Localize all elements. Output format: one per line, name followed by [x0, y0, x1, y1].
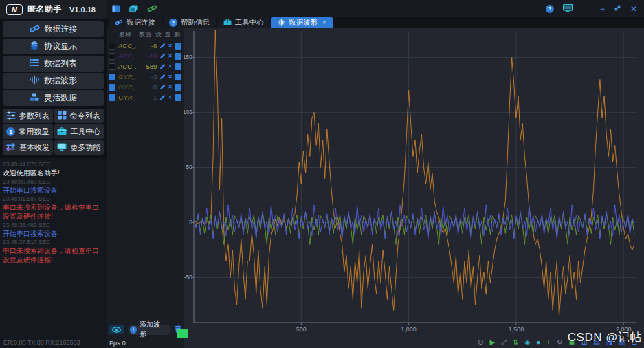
- row-tools: ✕: [159, 53, 181, 60]
- row-tools: ✕: [159, 74, 181, 80]
- tab-close-icon[interactable]: ✕: [322, 20, 326, 25]
- header-ops: 设 置 删: [155, 30, 181, 39]
- svg-text:500: 500: [296, 326, 307, 333]
- show-checkbox[interactable]: [175, 63, 181, 70]
- row-tools: ✕: [159, 43, 181, 50]
- sidebar-item-more-features[interactable]: 更多功能: [54, 140, 104, 155]
- datalist-header: 名称 数值 设 置 删: [107, 28, 184, 41]
- marker-icon[interactable]: ◈: [524, 339, 530, 346]
- row-select-checkbox[interactable]: [109, 74, 115, 80]
- svg-text:1,000: 1,000: [401, 326, 417, 333]
- topbar-left-icons: [112, 3, 157, 15]
- log-timestamp: 23:48:01.587 SEC: [3, 195, 104, 203]
- app-titlebar: N 匿名助手 V1.0.18: [0, 0, 107, 19]
- show-checkbox[interactable]: [175, 94, 181, 101]
- log-timestamp: 23:40:44.078 SEC: [3, 161, 104, 168]
- svg-text:-50: -50: [184, 274, 192, 281]
- sidebar-item-command-list[interactable]: 命令列表: [54, 109, 104, 123]
- row-select-checkbox[interactable]: [109, 63, 115, 70]
- svg-text:1,500: 1,500: [509, 326, 524, 333]
- tab-data-connect[interactable]: 数据连接: [109, 17, 162, 28]
- signal-value: -16: [139, 52, 157, 60]
- help-icon: ?: [169, 19, 177, 27]
- row-tools: ✕: [159, 94, 181, 101]
- signal-name: ACC_X: [118, 42, 136, 50]
- edit-icon[interactable]: [159, 74, 166, 80]
- delete-icon[interactable]: ✕: [168, 64, 173, 69]
- delete-icon[interactable]: ✕: [168, 43, 173, 49]
- sidebar-toggle-icon[interactable]: [112, 3, 120, 15]
- serial-status-bar: ER:0.00 TX:88 RX:2165583: [0, 337, 107, 348]
- brush-icon[interactable]: ●: [536, 339, 540, 346]
- waveform-chart[interactable]: 5001,0001,5002,000-50050100150: [184, 28, 644, 348]
- edit-icon[interactable]: [159, 43, 166, 49]
- one-badge-icon: 1: [6, 127, 15, 136]
- delete-icon[interactable]: ✕: [168, 85, 173, 90]
- monitor-icon: [57, 143, 67, 153]
- close-icon[interactable]: ✕: [630, 5, 637, 13]
- row-select-checkbox[interactable]: [109, 84, 115, 91]
- minimize-icon[interactable]: −: [600, 5, 605, 13]
- fit-vertical-icon[interactable]: ⇅: [513, 339, 518, 346]
- sidebar-item-flexible-data[interactable]: 灵活数据: [3, 90, 104, 106]
- header-value: 数值: [133, 30, 151, 39]
- sidebar-item-label: 数据连接: [45, 23, 78, 35]
- edit-icon[interactable]: [159, 53, 166, 59]
- pan-icon[interactable]: +: [546, 339, 551, 346]
- tab-data-waveform[interactable]: 数据波形 ✕: [271, 17, 333, 28]
- sidebar-item-protocol-display[interactable]: 协议显示: [3, 39, 104, 54]
- float-window-icon[interactable]: [129, 3, 138, 15]
- protocol-diamond-icon: [30, 41, 39, 52]
- play-icon[interactable]: ▶: [489, 339, 495, 346]
- signal-name: GYR_Y: [118, 83, 136, 91]
- sidebar-item-data-list[interactable]: 数据列表: [3, 56, 104, 72]
- sidebar-item-basic-txrx[interactable]: 基本收发: [3, 140, 53, 155]
- sidebar-item-data-waveform[interactable]: 数据波形: [3, 73, 104, 89]
- sidebar-item-label: 更多功能: [70, 142, 100, 153]
- sidebar-item-label: 基本收发: [19, 142, 49, 153]
- show-checkbox[interactable]: [175, 43, 181, 50]
- sidebar-item-label: 数据列表: [44, 58, 77, 69]
- delete-icon[interactable]: ✕: [168, 54, 173, 59]
- log-timestamp: 23:48:36.482 SEC: [3, 221, 104, 229]
- record-indicator[interactable]: [177, 329, 188, 338]
- row-tools: ✕: [159, 84, 181, 91]
- waveform-icon: [30, 75, 39, 87]
- show-checkbox[interactable]: [175, 74, 181, 80]
- table-row: ACC_X -8 ✕: [107, 41, 184, 51]
- row-select-checkbox[interactable]: [109, 53, 115, 60]
- refresh-icon[interactable]: ↻: [557, 339, 562, 346]
- sidebar-item-tool-center[interactable]: 工具中心: [54, 124, 104, 139]
- edit-icon[interactable]: [159, 94, 166, 100]
- tab-tool-center[interactable]: 工具中心: [217, 17, 270, 28]
- delete-icon[interactable]: ✕: [168, 95, 173, 100]
- connect-link-icon[interactable]: [147, 3, 157, 15]
- app-version: V1.0.18: [69, 6, 96, 14]
- link-icon: [30, 24, 40, 35]
- sidebar-item-param-list[interactable]: 参数列表: [3, 109, 53, 123]
- sidebar-item-common-display[interactable]: 1 常用数显: [3, 124, 53, 139]
- tab-help-info[interactable]: ? 帮助信息: [163, 17, 216, 28]
- row-select-checkbox[interactable]: [109, 43, 115, 50]
- help-icon[interactable]: ?: [546, 5, 554, 13]
- row-select-checkbox[interactable]: [109, 94, 115, 101]
- delete-icon[interactable]: ✕: [168, 74, 173, 80]
- curve-visibility-icon[interactable]: ⊙: [478, 339, 483, 346]
- signal-name: ACC_Z: [118, 63, 136, 70]
- toggle-visibility-button[interactable]: [109, 325, 124, 334]
- sidebar-item-label: 协议显示: [44, 41, 77, 52]
- maximize-icon[interactable]: [614, 4, 621, 13]
- sidebar-item-data-connect[interactable]: 数据连接: [3, 21, 104, 37]
- add-waveform-button[interactable]: + 添加波形: [128, 325, 171, 335]
- show-checkbox[interactable]: [175, 84, 181, 91]
- signal-value: -8: [139, 42, 157, 50]
- show-checkbox[interactable]: [175, 53, 181, 60]
- signal-value: 0: [139, 83, 157, 91]
- edit-icon[interactable]: [159, 84, 166, 90]
- display-icon[interactable]: [563, 3, 573, 15]
- sidebar-grid-menu: 参数列表 命令列表 1 常用数显 工具中心 基本收发 更多功能: [0, 107, 107, 155]
- edit-icon[interactable]: [159, 63, 166, 69]
- svg-text:50: 50: [186, 164, 193, 171]
- fullscreen-icon[interactable]: ⤢: [501, 339, 507, 346]
- app-logo-icon: N: [6, 4, 23, 15]
